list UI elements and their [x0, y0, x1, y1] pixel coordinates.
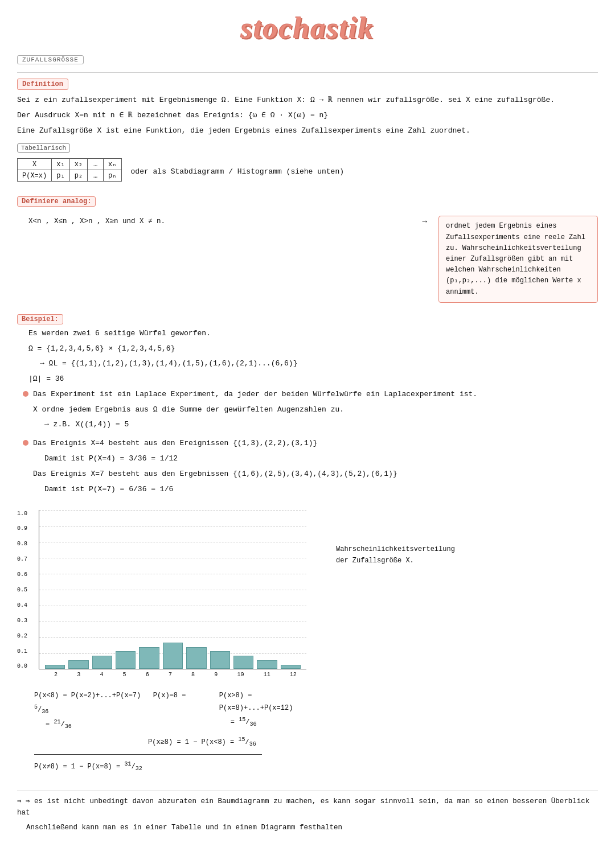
calc3: P(x>8) = P(x=8)+...+P(x=12) [219, 690, 325, 714]
x-label-3: 3 [77, 672, 80, 678]
y-label-2: 0.2 [17, 633, 39, 639]
y-label-10: 1.0 [17, 511, 39, 517]
analogy-left: X<n , X≤n , X>n , X≥n und X ≠ n. [17, 216, 411, 302]
calc2: = 21/36 [46, 717, 196, 732]
table-cell: p₁ [52, 170, 69, 182]
analogy-arrow: → [423, 217, 427, 302]
table-cell: … [88, 170, 104, 182]
y-label-1: 0.1 [17, 648, 39, 655]
table-cell: pₙ [104, 170, 121, 182]
bar-9 [210, 651, 230, 669]
x-label-7: 7 [169, 672, 172, 678]
table-cell: x₂ [69, 159, 87, 170]
bullet2-text: Das Ereignis X=4 besteht aus den Ereigni… [33, 438, 397, 450]
y-label-8: 0.8 [17, 541, 39, 547]
x-label-11: 11 [264, 672, 270, 678]
y-label-5: 0.5 [17, 587, 39, 593]
table-or-text: oder als Stabdiagramm / Histogramm (sieh… [131, 167, 344, 176]
y-label-6: 0.6 [17, 571, 39, 578]
bullet1b: X ordne jedem Ergebnis aus Ω die Summe d… [33, 404, 477, 416]
y-label-0: 0.0 [17, 663, 39, 669]
chart-label-right: Wahrscheinlichkeitsverteilung der Zufall… [336, 544, 450, 566]
y-label-4: 0.4 [17, 602, 39, 608]
bullet1-text: Das Experiment ist ein Laplace Experimen… [33, 389, 477, 401]
bullet1c: → z.B. X((1,4)) = 5 [44, 419, 477, 431]
definition-text2: Der Ausdruck X=n mit n ∈ ℝ bezeichnet da… [17, 110, 598, 122]
y-label-3: 0.3 [17, 618, 39, 624]
example-card: |Ω| = 36 [28, 373, 598, 385]
definition-text1: Sei z ein zufallsexperiment mit Ergebnis… [17, 94, 598, 106]
bullet2b: Damit ist P(X=4) = 3/36 = 1/12 [44, 453, 397, 465]
bar-10 [233, 656, 253, 669]
probability-table: X x₁ x₂ … xₙ P(X=x) p₁ p₂ … pₙ [17, 158, 122, 182]
x-label-8: 8 [191, 672, 195, 678]
x-label-9: 9 [214, 672, 218, 678]
table-label: Tabellarisch [17, 143, 70, 153]
footnote: ⇒ ⇒ es ist nicht unbedingt davon abzurat… [17, 796, 598, 818]
bar-2 [45, 665, 65, 669]
calc5: P(x≥8) = 1 − P(x<8) = 15/36 [148, 735, 325, 750]
x-label-6: 6 [146, 672, 149, 678]
example-text1: Es werden zwei 6 seitige Würfel geworfen… [28, 328, 598, 340]
table-cell: X [18, 159, 52, 170]
page-title: stochastik [17, 11, 598, 45]
footnote2: Anschließend kann man es in einer Tabell… [26, 822, 598, 833]
table-cell: x₁ [52, 159, 69, 170]
table-cell: … [88, 159, 104, 170]
analogy-label: Definiere analog: [17, 196, 96, 207]
bar-5 [116, 651, 136, 669]
table-cell: xₙ [104, 159, 121, 170]
bullet-dot-2 [23, 440, 28, 446]
definition-label: Definition [17, 79, 68, 90]
analogy-right-box: ordnet jedem Ergebnis eines Zufallsexper… [438, 216, 598, 302]
example-omega: Ω = {1,2,3,4,5,6} × {1,2,3,4,5,6} [28, 343, 598, 355]
calc4: = 15/36 [231, 715, 325, 730]
bar-11 [257, 660, 277, 669]
definition-text3: Eine Zufallsgröße X ist eine Funktion, d… [17, 125, 598, 137]
analogy-expr: X<n , X≤n , X>n , X≥n und X ≠ n. [28, 217, 411, 225]
bar-3 [68, 660, 88, 669]
table-cell: P(X=x) [18, 170, 52, 182]
calc6: P(x≠8) = 1 − P(x=8) = 31/32 [34, 759, 325, 774]
y-axis-labels: 0.0 0.1 0.2 0.3 0.4 0.5 0.6 0.7 0.8 0.9 … [17, 510, 39, 669]
x-label-4: 4 [100, 672, 103, 678]
x-label-12: 12 [290, 672, 297, 678]
footnote-arrow: ⇒ [17, 797, 26, 805]
x-label-2: 2 [54, 672, 58, 678]
table-cell: p₂ [69, 170, 87, 182]
tag-badge: ZUFALLSGRÖSSE [17, 55, 84, 64]
bullet2c: Das Ereignis X=7 besteht aus den Ergebni… [33, 468, 397, 480]
y-label-7: 0.7 [17, 556, 39, 562]
histogram-container: 0.0 0.1 0.2 0.3 0.4 0.5 0.6 0.7 0.8 0.9 … [17, 510, 325, 779]
bar-12 [281, 665, 301, 669]
x-label-5: 5 [123, 672, 126, 678]
bullet-dot-1 [23, 391, 28, 397]
prob-calcs: P(x<8) = P(x=2)+...+P(x=7) P(x)=8 = 5/36… [34, 690, 325, 774]
calc1: P(x<8) = P(x=2)+...+P(x=7) P(x)=8 = 5/36 [34, 690, 196, 717]
bullet2d: Damit ist P(X=7) = 6/36 = 1/6 [44, 484, 397, 496]
x-label-10: 10 [237, 672, 244, 678]
bar-8 [186, 647, 206, 669]
y-label-9: 0.9 [17, 525, 39, 532]
example-label: Beispiel: [17, 314, 63, 324]
bar-4 [92, 656, 112, 669]
bar-7 [163, 643, 183, 669]
bar-6 [139, 647, 159, 669]
example-omega2: → ΩL = {(1,1),(1,2),(1,3),(1,4),(1,5),(1… [40, 358, 598, 370]
